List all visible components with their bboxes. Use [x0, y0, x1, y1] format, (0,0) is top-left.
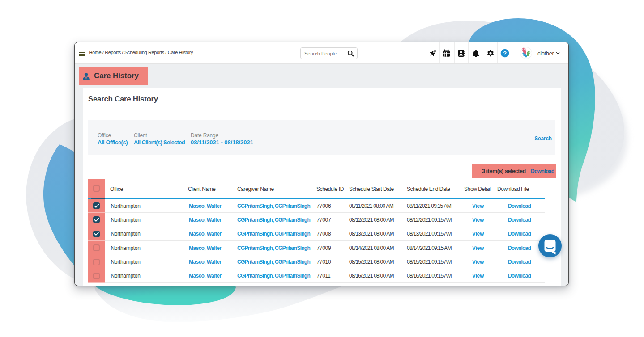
svg-text:?: ?	[503, 50, 507, 57]
